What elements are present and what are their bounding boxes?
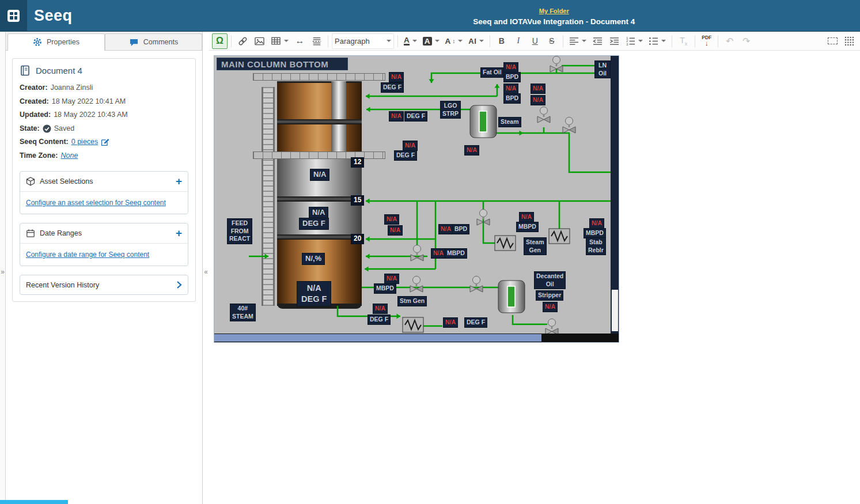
diagram-label: N/A (443, 317, 458, 328)
chevron-down-icon (435, 40, 440, 42)
bullet-list-button[interactable] (646, 33, 668, 49)
diagram-title: MAIN COLUMN BOTTOM (217, 58, 348, 70)
vertical-scroll-thumb[interactable] (612, 290, 618, 331)
link-icon (237, 36, 248, 47)
text-color-button[interactable]: A (401, 33, 419, 49)
outdent-button[interactable] (590, 33, 605, 49)
diagram-label: N/A DEG F (297, 281, 331, 306)
calendar-icon (26, 229, 35, 238)
configure-asset-selection-link[interactable]: Configure an asset selection for Seeq co… (20, 192, 188, 214)
align-button[interactable] (567, 33, 589, 49)
configure-date-range-link[interactable]: Configure a date range for Seeq content (20, 244, 188, 266)
download-arrow-icon: ↓ (705, 40, 709, 47)
asset-selections-card: Asset Selections + Configure an asset se… (20, 171, 188, 214)
diagram-label: Stm Gen (397, 296, 427, 306)
diagram-horizontal-scrollbar[interactable] (214, 334, 611, 342)
chevron-down-icon (479, 40, 484, 42)
fixed-width-view-button[interactable] (825, 33, 840, 49)
scrollbar-corner (611, 334, 619, 342)
diagram-label: FEED FROM REACT (227, 218, 252, 244)
indent-icon (609, 37, 619, 46)
seeq-content-link[interactable]: 0 pieces (71, 135, 98, 149)
diagram-label: N/A (543, 302, 558, 312)
background-color-button[interactable]: A (420, 33, 442, 49)
diagram-label: DEG F (464, 317, 487, 328)
redo-button[interactable]: ↷ (738, 33, 754, 49)
diagram-label: DEG F (394, 150, 417, 161)
ai-assistant-button[interactable]: AI (466, 33, 486, 49)
diagram-label: N/A (503, 62, 518, 73)
tab-properties[interactable]: Properties (7, 33, 105, 50)
journal-icon (20, 65, 31, 76)
diagram-label: DEG F (299, 218, 329, 230)
export-pdf-button[interactable]: PDF ↓ (699, 33, 714, 49)
seeq-content-label: Seeq Content: (20, 135, 69, 149)
properties-panel: Document 4 Creator:Joanna Zinsli Created… (6, 51, 202, 504)
bold-button[interactable]: B (494, 33, 509, 49)
header-document-title: Seeq and IOTAVue Integration - Document … (248, 17, 860, 27)
indent-button[interactable] (607, 33, 622, 49)
tab-properties-label: Properties (47, 38, 79, 46)
document-canvas[interactable]: N/ADEG FFat OilN/ABPDLN OilN/ABPDN/AN/AL… (209, 51, 860, 504)
diagram-label: LGO STRP (440, 101, 461, 119)
timezone-label: Time Zone: (20, 149, 58, 163)
strikethrough-button[interactable]: S (544, 33, 559, 49)
diagram-label: 12 (351, 157, 364, 168)
diagram-label: N/A (531, 84, 545, 94)
insert-seeq-content-button[interactable]: Ω (212, 33, 228, 49)
breadcrumb-my-folder[interactable]: My Folder (539, 7, 569, 14)
editor-main: Ω (209, 32, 860, 504)
diagram-label: BPD (503, 93, 521, 104)
diagram-label: 40# STEAM (230, 304, 256, 321)
recent-version-history-button[interactable]: Recent Version History (20, 275, 188, 295)
gear-icon (33, 37, 42, 47)
date-ranges-title: Date Ranges (40, 229, 171, 237)
background-color-icon: A (423, 37, 432, 46)
svg-text:3: 3 (626, 42, 628, 46)
underline-button[interactable]: U (527, 33, 543, 49)
app-root: Seeq My Folder Seeq and IOTAVue Integrat… (0, 0, 860, 504)
font-size-icon: A (445, 37, 451, 46)
toolbar-separator (672, 35, 672, 47)
apps-menu-button[interactable] (0, 0, 27, 32)
diagram-label: N/A (464, 145, 479, 156)
add-asset-selection-button[interactable]: + (176, 177, 182, 185)
insert-table-button[interactable] (268, 33, 291, 49)
diagram-label: BPD (452, 224, 469, 234)
apps-grid-icon (7, 10, 20, 22)
created-value: 18 May 2022 10:41 AM (52, 95, 126, 109)
outdent-icon (593, 37, 603, 46)
sidebar-tabs: Properties Comments (6, 32, 202, 51)
diagram-label: N/A (309, 207, 328, 219)
diagram-label: N/,% (302, 253, 325, 265)
insert-image-button[interactable] (252, 33, 267, 49)
loading-progress-bar (0, 500, 68, 504)
embedded-hmi-diagram[interactable]: N/ADEG FFat OilN/ABPDLN OilN/ABPDN/AN/AL… (214, 55, 619, 343)
ordered-list-button[interactable]: 1 2 3 (623, 33, 645, 49)
paragraph-style-dropdown[interactable]: Paragraph (332, 33, 394, 49)
diagram-label: N/A (438, 224, 453, 234)
edit-icon[interactable] (101, 138, 109, 146)
diagram-vertical-scrollbar[interactable] (611, 56, 619, 334)
grid-view-button[interactable] (842, 33, 857, 49)
undo-button[interactable]: ↶ (722, 33, 737, 49)
diagram-label: MBPD (584, 228, 606, 238)
version-history-label: Recent Version History (26, 281, 176, 289)
insert-link-button[interactable] (235, 33, 251, 49)
diagram-label: Steam Gen (524, 237, 547, 255)
expand-panel-button[interactable]: » (0, 268, 5, 276)
italic-button[interactable]: I (510, 33, 526, 49)
insert-page-break-button[interactable] (309, 33, 324, 49)
toolbar-separator (231, 35, 232, 47)
horizontal-scroll-thumb[interactable] (214, 334, 541, 342)
timezone-link[interactable]: None (60, 149, 78, 163)
toolbar-separator (490, 35, 490, 47)
tab-comments[interactable]: Comments (105, 33, 202, 50)
font-size-button[interactable]: A ↕ (443, 33, 465, 49)
clear-formatting-button[interactable]: Tx (676, 33, 691, 49)
chevron-right-icon (176, 281, 182, 289)
collapse-panel-button[interactable]: « (203, 268, 209, 276)
state-label: State: (20, 122, 40, 136)
insert-horizontal-line-button[interactable]: ↔ (292, 33, 308, 49)
add-date-range-button[interactable]: + (176, 229, 182, 237)
